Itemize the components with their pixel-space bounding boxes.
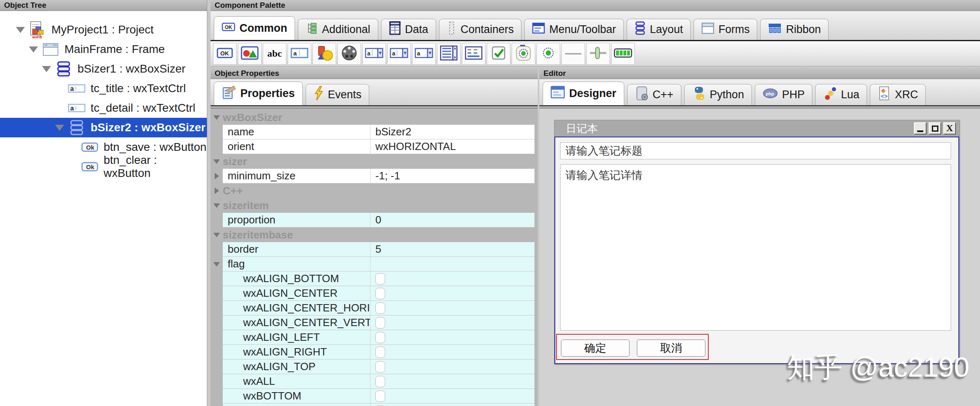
expand-arrow-icon[interactable] bbox=[29, 46, 38, 53]
wxbitmapbutton-tool[interactable] bbox=[238, 43, 262, 65]
flag-checkbox[interactable] bbox=[375, 361, 385, 373]
tab-lua[interactable]: Lua bbox=[815, 84, 867, 105]
collapse-arrow-icon[interactable] bbox=[213, 233, 220, 237]
wxbitmapcombobox-tool[interactable]: a bbox=[387, 43, 411, 65]
palette-tab-layout[interactable]: Layout bbox=[627, 19, 691, 40]
wxanimationctrl-tool[interactable] bbox=[337, 43, 361, 65]
flag-checkbox[interactable] bbox=[375, 391, 385, 402]
palette-tab-common[interactable]: OK Common bbox=[214, 16, 295, 40]
palette-tab-menu-toolbar[interactable]: Menu/Toolbar bbox=[524, 19, 624, 40]
wxradiobutton-icon bbox=[541, 46, 556, 62]
tab-python[interactable]: Python bbox=[684, 84, 752, 105]
flag-row-wxalign-left: wxALIGN_LEFT bbox=[211, 330, 538, 345]
tab-xrc[interactable]: <> XRC bbox=[870, 84, 926, 105]
ok-button[interactable]: 确定 bbox=[561, 340, 630, 357]
wxtextctrl-tool[interactable]: a bbox=[288, 43, 311, 65]
minimize-button[interactable] bbox=[914, 122, 927, 135]
flag-row-wxexpand-clipped: wxEXPAND bbox=[211, 404, 538, 406]
textctrl-icon: a bbox=[68, 99, 86, 117]
flag-checkbox[interactable] bbox=[375, 273, 385, 285]
svg-text:wxFB: wxFB bbox=[32, 35, 42, 39]
maximize-icon bbox=[932, 126, 938, 132]
palette-tab-forms[interactable]: Forms bbox=[694, 19, 758, 40]
additional-icon bbox=[306, 22, 318, 38]
object-tree-title: Object Tree bbox=[4, 1, 47, 10]
data-grid-icon bbox=[389, 21, 401, 38]
wxcombobox-tool[interactable]: a bbox=[362, 43, 386, 65]
category-cpp[interactable]: C++ bbox=[211, 183, 538, 198]
tab-designer[interactable]: Designer bbox=[543, 82, 624, 105]
palette-tab-data[interactable]: Data bbox=[381, 19, 436, 40]
tab-cpp[interactable]: C++ bbox=[627, 84, 681, 105]
collapse-arrow-icon[interactable] bbox=[213, 262, 220, 267]
tree-item-bsizer1[interactable]: bSizer1 : wxBoxSizer bbox=[0, 59, 207, 79]
wxbutton-icon: OK bbox=[222, 22, 235, 35]
maximize-button[interactable] bbox=[929, 122, 941, 135]
svg-text:Ok: Ok bbox=[86, 163, 95, 170]
expand-arrow-icon[interactable] bbox=[215, 173, 219, 179]
tree-item-project[interactable]: wxFB MyProject1 : Project bbox=[0, 20, 207, 40]
tree-item-tc-title[interactable]: a tc_title : wxTextCtrl bbox=[0, 79, 207, 98]
collapse-arrow-icon[interactable] bbox=[215, 188, 219, 194]
flag-row-wxalign-center: wxALIGN_CENTER bbox=[211, 286, 538, 301]
note-title-textctrl[interactable]: 请输入笔记标题 bbox=[560, 142, 951, 159]
tree-item-tc-detail[interactable]: a tc_detail : wxTextCtrl bbox=[0, 98, 207, 118]
wxbutton-tool[interactable]: OK bbox=[213, 43, 237, 65]
category-wxboxsizer[interactable]: wxBoxSizer bbox=[211, 110, 538, 125]
preview-frame[interactable]: 日记本 X 请输入笔记标题 请输入笔记详情 确定 bbox=[554, 120, 960, 364]
category-sizeritem[interactable]: sizeritem bbox=[211, 198, 538, 213]
object-tree-header: Object Tree bbox=[0, 0, 207, 11]
tree-item-bsizer2-selected[interactable]: bSizer2 : wxBoxSizer bbox=[0, 118, 207, 137]
collapse-arrow-icon[interactable] bbox=[213, 203, 220, 208]
collapse-arrow-icon[interactable] bbox=[213, 159, 220, 164]
ribbon-icon bbox=[768, 22, 782, 37]
flag-checkbox[interactable] bbox=[375, 376, 385, 387]
wxstatictext-tool[interactable]: abc bbox=[263, 43, 286, 65]
zhihu-watermark: 知乎 @ac2190 bbox=[787, 349, 969, 386]
wxslider-tool[interactable] bbox=[586, 43, 610, 65]
palette-tab-containers[interactable]: Containers bbox=[439, 19, 522, 40]
editor-panel: Editor Designer C++ Python bbox=[539, 68, 980, 406]
preview-frame-title: 日记本 bbox=[566, 121, 598, 136]
wxcheckbox-tool[interactable] bbox=[487, 43, 510, 65]
category-sizer[interactable]: sizer bbox=[211, 154, 538, 169]
category-sizeritembase[interactable]: sizeritembase bbox=[211, 227, 538, 242]
wxlistbox-tool[interactable] bbox=[437, 43, 461, 65]
flag-checkbox[interactable] bbox=[375, 317, 385, 329]
window-icon bbox=[701, 22, 714, 38]
container-icon bbox=[447, 21, 457, 38]
close-button[interactable]: X bbox=[943, 122, 956, 135]
expand-arrow-icon[interactable] bbox=[16, 27, 25, 33]
wxgauge-tool[interactable] bbox=[611, 43, 635, 65]
wxradiobutton-tool[interactable] bbox=[537, 43, 560, 65]
events-bolt-icon bbox=[313, 86, 324, 104]
flag-row-wxall: wxALL bbox=[211, 374, 538, 389]
wxstaticbitmap-tool[interactable] bbox=[313, 43, 336, 65]
tab-php[interactable]: php PHP bbox=[755, 84, 813, 105]
lua-icon bbox=[823, 86, 837, 104]
wxstaticline-tool[interactable] bbox=[561, 43, 585, 65]
php-icon: php bbox=[763, 87, 778, 102]
wxradiobox-tool[interactable] bbox=[512, 43, 535, 65]
wxcheckbox-icon bbox=[490, 45, 507, 63]
minimize-icon bbox=[917, 130, 923, 132]
wxlistctrl-tool[interactable] bbox=[462, 43, 486, 65]
tab-properties[interactable]: Properties bbox=[214, 82, 303, 105]
right-area: Component Palette OK Common Additional D… bbox=[211, 0, 980, 406]
palette-tab-additional[interactable]: Additional bbox=[298, 19, 378, 40]
flag-checkbox[interactable] bbox=[375, 346, 385, 358]
collapse-arrow-icon[interactable] bbox=[213, 115, 220, 120]
expand-arrow-icon[interactable] bbox=[55, 125, 64, 131]
note-detail-textctrl[interactable]: 请输入笔记详情 bbox=[560, 164, 951, 331]
cancel-button[interactable]: 取消 bbox=[637, 340, 705, 357]
editor-tabstrip: Designer C++ Python php PHP bbox=[539, 79, 980, 106]
tab-events[interactable]: Events bbox=[306, 84, 370, 105]
wxchoice-tool[interactable]: a bbox=[412, 43, 436, 65]
flag-checkbox[interactable] bbox=[375, 332, 385, 343]
flag-checkbox[interactable] bbox=[375, 302, 385, 314]
expand-arrow-icon[interactable] bbox=[42, 66, 51, 72]
flag-checkbox[interactable] bbox=[375, 288, 385, 299]
tree-item-mainframe[interactable]: MainFrame : Frame bbox=[0, 40, 207, 59]
palette-tab-ribbon[interactable]: Ribbon bbox=[760, 19, 829, 40]
tree-item-btn-clear[interactable]: Ok btn_clear : wxButton bbox=[0, 157, 207, 177]
